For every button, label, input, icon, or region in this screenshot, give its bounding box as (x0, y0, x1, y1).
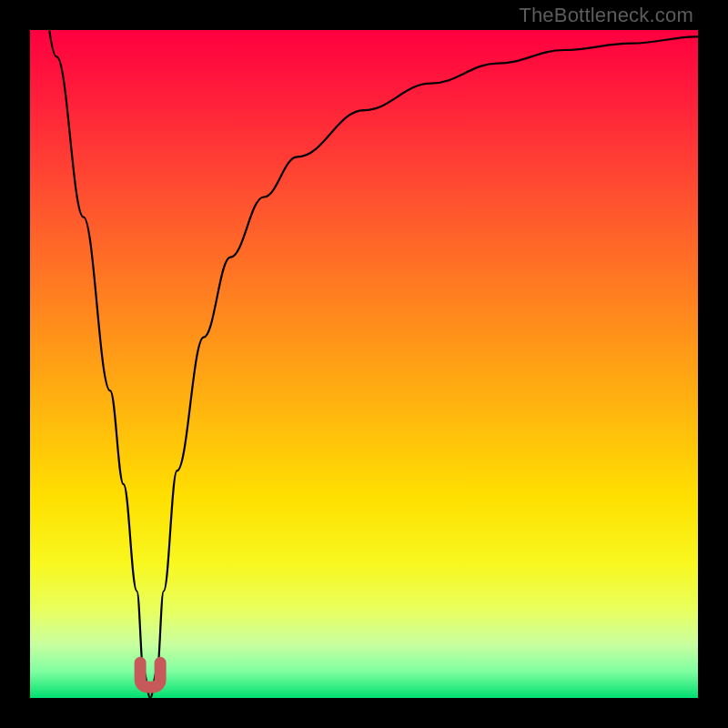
plot-area (30, 30, 698, 698)
watermark-text: TheBottleneck.com (519, 4, 693, 27)
gradient-background (30, 30, 698, 698)
chart-frame: TheBottleneck.com (0, 0, 728, 728)
chart-svg (30, 30, 698, 698)
